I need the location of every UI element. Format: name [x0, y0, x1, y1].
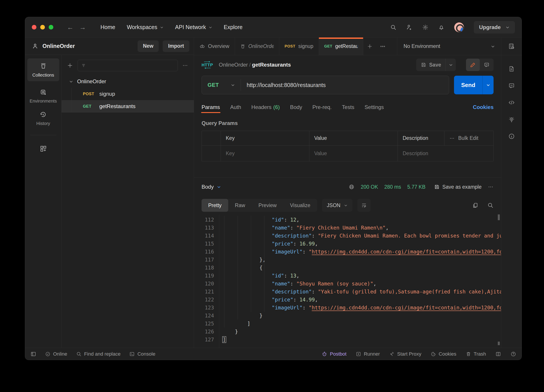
- rail-item-history[interactable]: History: [36, 111, 50, 126]
- line-number: 112: [194, 216, 214, 224]
- more-options-icon[interactable]: [182, 63, 188, 68]
- new-tab-button[interactable]: [363, 38, 376, 55]
- send-options-button[interactable]: [482, 76, 494, 94]
- filter-input[interactable]: [77, 60, 178, 71]
- collection-row[interactable]: OnlineOrder: [62, 75, 194, 88]
- tab-auth[interactable]: Auth: [230, 101, 241, 114]
- request-row-signup[interactable]: POST signup: [62, 88, 194, 100]
- notifications-bell-icon[interactable]: [438, 24, 444, 30]
- response-body-viewer[interactable]: 112"id": 12,113"name": "Fiery Chicken Um…: [194, 214, 501, 348]
- invite-user-icon[interactable]: [406, 24, 413, 30]
- url-input[interactable]: http://localhost:8080/restaurants: [241, 82, 326, 88]
- tab-getrestaurants[interactable]: GET getRestau: [319, 38, 363, 55]
- tab-params[interactable]: Params: [201, 101, 220, 114]
- description-input[interactable]: Description: [398, 146, 493, 161]
- scrollbar-thumb[interactable]: [498, 214, 500, 220]
- save-options-button[interactable]: [446, 59, 456, 71]
- settings-gear-icon[interactable]: [422, 24, 428, 30]
- format-selector[interactable]: JSON: [322, 199, 352, 212]
- tab-signup[interactable]: POST signup: [279, 38, 319, 55]
- start-proxy-button[interactable]: Start Proxy: [389, 351, 421, 357]
- search-response-icon[interactable]: [487, 202, 494, 208]
- rail-item-collections[interactable]: Collections: [27, 58, 59, 81]
- tab-tests[interactable]: Tests: [342, 101, 355, 114]
- tab-settings[interactable]: Settings: [365, 101, 384, 114]
- tab-overview[interactable]: Overview: [194, 38, 235, 55]
- pane-splitter[interactable]: [194, 161, 501, 177]
- more-modules-icon[interactable]: [40, 145, 47, 152]
- view-visualize[interactable]: Visualize: [283, 199, 317, 212]
- view-raw[interactable]: Raw: [228, 199, 252, 212]
- env-quicklook-icon: [508, 43, 515, 50]
- cookies-link[interactable]: Cookies: [473, 104, 494, 110]
- maximize-window-button[interactable]: [49, 25, 53, 29]
- minimize-window-button[interactable]: [40, 25, 45, 29]
- environment-selector[interactable]: No Environment: [397, 38, 501, 55]
- find-and-replace[interactable]: Find and replace: [76, 351, 121, 357]
- line-number: 121: [194, 288, 214, 296]
- edit-comment-group: [466, 59, 494, 71]
- response-size[interactable]: 5.77 KB: [407, 184, 426, 190]
- scrollbar-thumb[interactable]: [498, 342, 500, 345]
- save-as-example-button[interactable]: Save as example: [434, 184, 482, 190]
- trash-button[interactable]: Trash: [466, 351, 486, 357]
- view-pretty[interactable]: Pretty: [201, 199, 228, 212]
- import-button[interactable]: Import: [163, 40, 189, 52]
- online-status[interactable]: Online: [45, 351, 67, 357]
- wrap-text-button[interactable]: [357, 199, 371, 212]
- rail-item-environments[interactable]: Environments: [30, 89, 57, 104]
- close-window-button[interactable]: [32, 25, 36, 29]
- bulk-edit-button[interactable]: Bulk Edit: [458, 135, 479, 141]
- nav-home[interactable]: Home: [101, 24, 115, 30]
- breadcrumb-request-name[interactable]: getRestaurants: [252, 62, 291, 68]
- toggle-sidebar-icon[interactable]: [30, 351, 36, 357]
- send-button[interactable]: Send: [454, 76, 494, 94]
- nav-explore[interactable]: Explore: [224, 24, 243, 30]
- key-input[interactable]: Key: [221, 146, 309, 161]
- tab-headers[interactable]: Headers (6): [251, 101, 280, 114]
- console-toggle[interactable]: Console: [129, 351, 155, 357]
- edit-pencil-button[interactable]: [466, 59, 480, 71]
- response-body-dropdown[interactable]: Body: [201, 184, 214, 190]
- help-icon[interactable]: [510, 351, 516, 357]
- upgrade-button[interactable]: Upgrade: [474, 21, 515, 34]
- comment-button[interactable]: [480, 59, 494, 71]
- forward-arrow-icon[interactable]: →: [77, 23, 89, 31]
- more-options-icon[interactable]: [488, 184, 494, 190]
- nav-workspaces[interactable]: Workspaces: [127, 24, 164, 30]
- two-pane-icon[interactable]: [495, 351, 501, 357]
- nav-api-network[interactable]: API Network: [175, 24, 212, 30]
- breadcrumb-collection[interactable]: OnlineOrder: [219, 62, 248, 68]
- view-preview[interactable]: Preview: [252, 199, 283, 212]
- avatar[interactable]: [454, 23, 464, 32]
- cookies-button[interactable]: Cookies: [431, 351, 456, 357]
- code-snippet-icon[interactable]: [508, 99, 515, 106]
- info-icon[interactable]: [508, 133, 515, 140]
- save-button[interactable]: Save: [416, 59, 446, 71]
- tab-prereq[interactable]: Pre-req.: [313, 101, 332, 114]
- comments-icon[interactable]: [508, 82, 515, 89]
- status-code[interactable]: 200 OK: [361, 184, 378, 190]
- tab-options-button[interactable]: [376, 38, 389, 55]
- postbot-button[interactable]: Postbot: [322, 351, 347, 357]
- method-selector[interactable]: GET: [202, 79, 241, 91]
- runner-button[interactable]: Runner: [356, 351, 380, 357]
- environment-quicklook[interactable]: [501, 38, 521, 55]
- more-options-icon[interactable]: [449, 136, 455, 141]
- documentation-icon[interactable]: [508, 65, 515, 72]
- request-row-getrestaurants[interactable]: GET getRestaurants: [62, 100, 194, 113]
- chevron-down-icon[interactable]: [217, 185, 221, 189]
- tab-collection-onlineorder[interactable]: OnlineOrde: [235, 38, 279, 55]
- insights-bulb-icon[interactable]: [508, 116, 515, 123]
- globe-icon[interactable]: [349, 184, 355, 190]
- response-time[interactable]: 280 ms: [384, 184, 401, 190]
- row-checkbox[interactable]: [202, 146, 221, 161]
- search-icon[interactable]: [390, 24, 396, 30]
- tab-body[interactable]: Body: [290, 101, 302, 114]
- workspace-name[interactable]: OnlineOrder: [42, 43, 75, 49]
- add-icon[interactable]: [67, 62, 73, 69]
- value-input[interactable]: Value: [309, 146, 398, 161]
- back-arrow-icon[interactable]: ←: [64, 23, 77, 31]
- copy-icon[interactable]: [472, 202, 479, 208]
- new-button[interactable]: New: [137, 40, 159, 52]
